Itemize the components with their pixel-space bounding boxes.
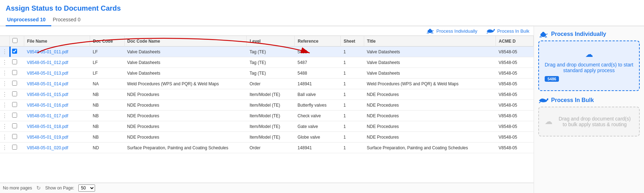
cell-acme: V8548-05	[496, 111, 534, 121]
process-buttons-row: Process Individually Process In Bulk	[0, 26, 534, 36]
row-checkbox-cell	[9, 57, 24, 68]
drag-handle[interactable]: ⋮	[0, 47, 9, 57]
process-bulk-drop-text: Drag and drop document card(s) to bulk a…	[556, 116, 633, 127]
process-individually-label: Process Individually	[436, 28, 477, 34]
row-checkbox[interactable]	[12, 91, 17, 96]
cell-title: Valve Datasheets	[364, 47, 496, 57]
table-container: File Name Doc Code Doc Code Name Level R…	[0, 36, 534, 183]
cell-sheet: 1	[341, 132, 364, 143]
cell-sheet: 1	[341, 143, 364, 153]
svg-line-15	[546, 34, 548, 34]
page-size-select[interactable]: 102550100	[78, 184, 95, 192]
col-header-title: Title	[364, 36, 496, 47]
process-bulk-title: Process In Bulk	[538, 97, 640, 104]
table-row: ⋮ V8548-05-01_017.pdf NB NDE Procedures …	[0, 111, 534, 121]
cell-reference: Check valve	[295, 111, 341, 121]
right-panel: Process Individually ☁ Drag and drop doc…	[534, 26, 644, 193]
cell-title: Valve Datasheets	[364, 68, 496, 79]
drag-handle[interactable]: ⋮	[0, 121, 9, 132]
page-title: Assign Status to Document Cards	[0, 0, 644, 15]
cell-title: NDE Procedures	[364, 100, 496, 111]
table-row: ⋮ V8548-05-01_019.pdf NB NDE Procedures …	[0, 132, 534, 143]
svg-line-5	[428, 33, 429, 34]
select-all-checkbox[interactable]	[12, 38, 17, 43]
row-checkbox[interactable]	[12, 81, 17, 86]
row-checkbox[interactable]	[12, 134, 17, 139]
cell-filename: V8548-05-01_020.pdf	[24, 143, 90, 153]
cell-doccodename: NDE Procedures	[124, 111, 247, 121]
process-individually-dropzone[interactable]: ☁ Drag and drop document card(s) to star…	[538, 41, 640, 91]
row-checkbox[interactable]	[12, 102, 17, 107]
cell-title: NDE Procedures	[364, 121, 496, 132]
refresh-icon[interactable]: ↻	[36, 185, 41, 191]
cell-title: NDE Procedures	[364, 132, 496, 143]
row-checkbox[interactable]	[12, 145, 17, 150]
process-individually-section: Process Individually ☁ Drag and drop doc…	[538, 31, 640, 91]
cell-doccodename: NDE Procedures	[124, 89, 247, 100]
cell-sheet: 1	[341, 121, 364, 132]
cell-level: Item/Model (TE)	[247, 89, 295, 100]
table-row: ⋮ V8548-05-01_016.pdf NB NDE Procedures …	[0, 100, 534, 111]
process-bulk-label: Process In Bulk	[497, 28, 529, 34]
cell-reference: 148941	[295, 143, 341, 153]
cell-doccodename: NDE Procedures	[124, 100, 247, 111]
cell-level: Item/Model (TE)	[247, 111, 295, 121]
cell-filename: V8548-05-01_016.pdf	[24, 100, 90, 111]
cell-acme: V8548-05	[496, 57, 534, 68]
process-individually-button[interactable]: Process Individually	[426, 28, 477, 34]
cell-acme: V8548-05	[496, 79, 534, 89]
drag-handle[interactable]: ⋮	[0, 111, 9, 121]
cell-title: Weld Procedures (WPS and PQR) & Weld Map…	[364, 79, 496, 89]
process-bulk-button[interactable]: Process In Bulk	[486, 28, 529, 34]
cell-doccode: NB	[90, 89, 125, 100]
row-checkbox-cell	[9, 47, 24, 57]
drag-handle[interactable]: ⋮	[0, 143, 9, 153]
row-checkbox[interactable]	[12, 59, 17, 64]
cell-level: Item/Model (TE)	[247, 121, 295, 132]
row-checkbox-cell	[9, 68, 24, 79]
process-bulk-panel-title: Process In Bulk	[551, 97, 594, 103]
process-individually-title: Process Individually	[538, 31, 640, 38]
cell-doccode: NA	[90, 79, 125, 89]
reference-badge: 5486	[545, 76, 559, 82]
row-checkbox-cell	[9, 111, 24, 121]
process-individually-drop-text: Drag and drop document card(s) to start …	[545, 62, 633, 73]
cell-acme: V8548-05	[496, 121, 534, 132]
drag-handle[interactable]: ⋮	[0, 68, 9, 79]
drag-handle[interactable]: ⋮	[0, 89, 9, 100]
row-checkbox[interactable]	[12, 123, 17, 128]
svg-point-16	[546, 99, 547, 100]
svg-line-6	[431, 33, 432, 34]
cell-level: Item/Model (TE)	[247, 100, 295, 111]
cell-sheet: 1	[341, 111, 364, 121]
cell-doccodename: NDE Procedures	[124, 121, 247, 132]
cell-filename: V8548-05-01_014.pdf	[24, 79, 90, 89]
col-header-level: Level	[247, 36, 295, 47]
cell-sheet: 1	[341, 68, 364, 79]
cell-doccodename: Valve Datasheets	[124, 47, 247, 57]
cell-doccode: NB	[90, 100, 125, 111]
cell-filename: V8548-05-01_019.pdf	[24, 132, 90, 143]
drag-handle[interactable]: ⋮	[0, 100, 9, 111]
cell-doccodename: Valve Datasheets	[124, 57, 247, 68]
cell-doccode: ND	[90, 143, 125, 153]
row-checkbox[interactable]	[12, 49, 17, 54]
cell-sheet: 1	[341, 57, 364, 68]
turtle-icon	[426, 28, 434, 34]
cell-level: Tag (TE)	[247, 47, 295, 57]
upload-icon-inactive: ☁	[545, 117, 553, 126]
cell-acme: V8548-05	[496, 143, 534, 153]
table-row: ⋮ V8548-05-01_020.pdf ND Surface Prepara…	[0, 143, 534, 153]
cell-level: Item/Model (TE)	[247, 132, 295, 143]
row-checkbox[interactable]	[12, 113, 17, 118]
drag-handle[interactable]: ⋮	[0, 79, 9, 89]
tab-unprocessed[interactable]: Unprocessed 10	[6, 15, 51, 26]
row-checkbox-cell	[9, 121, 24, 132]
drag-handle[interactable]: ⋮	[0, 132, 9, 143]
svg-point-2	[429, 29, 431, 31]
drag-handle[interactable]: ⋮	[0, 57, 9, 68]
process-bulk-dropzone[interactable]: ☁ Drag and drop document card(s) to bulk…	[538, 107, 640, 136]
tab-processed[interactable]: Processed 0	[51, 15, 86, 26]
cell-doccode: LF	[90, 57, 125, 68]
row-checkbox[interactable]	[12, 70, 17, 75]
